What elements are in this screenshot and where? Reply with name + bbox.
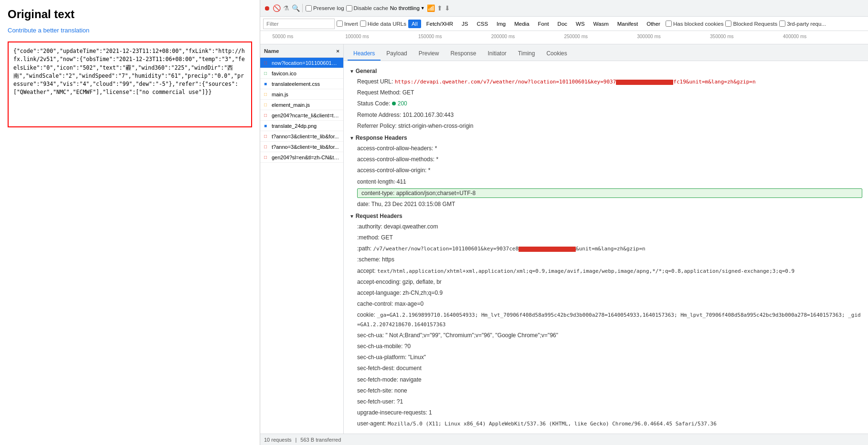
- list-item[interactable]: □ now?location=101100601&k...: [260, 58, 343, 68]
- general-section-header[interactable]: General: [349, 65, 862, 76]
- filter-doc-btn[interactable]: Doc: [554, 20, 571, 28]
- tab-headers[interactable]: Headers: [348, 47, 381, 61]
- devtools-footer: 10 requests | 563 B transferred: [260, 434, 868, 445]
- tab-initiator[interactable]: Initiator: [482, 47, 512, 61]
- remote-address-val: 101.200.167.30:443: [402, 112, 454, 118]
- tick-300000: 300000 ms: [637, 34, 660, 39]
- close-panel-icon[interactable]: ×: [336, 48, 339, 54]
- no-throttling-select[interactable]: No throttling ▼: [390, 5, 425, 11]
- acam-header-row: access-control-allow-methods: *: [349, 154, 862, 165]
- tab-cookies[interactable]: Cookies: [540, 47, 572, 61]
- invert-checkbox[interactable]: [337, 21, 343, 27]
- stop-icon[interactable]: 🚫: [273, 4, 280, 12]
- tick-50000: 50000 ms: [272, 34, 293, 39]
- filter-js-btn[interactable]: JS: [458, 20, 471, 28]
- list-item[interactable]: □ t?anno=3&client=te_lib&for...: [260, 131, 343, 142]
- separator-footer: |: [295, 437, 296, 443]
- list-item[interactable]: ■ translateelement.css: [260, 79, 343, 89]
- filter-wasm-btn[interactable]: Wasm: [590, 20, 612, 28]
- filter-icon[interactable]: ⚗: [282, 4, 290, 12]
- file-icon-img: □: [264, 71, 270, 76]
- filter-media-btn[interactable]: Media: [511, 20, 532, 28]
- list-item[interactable]: □ gen204?sl=en&tl=zh-CN&tex...: [260, 152, 343, 163]
- cache-control-row: cache-control: max-age=0: [349, 299, 862, 310]
- filter-manifest-btn[interactable]: Manifest: [614, 20, 641, 28]
- blocked-requests-checkbox[interactable]: [725, 21, 731, 27]
- filter-input[interactable]: [263, 19, 335, 29]
- search-icon[interactable]: 🔍: [292, 4, 299, 12]
- contribute-link[interactable]: Contribute a better translation: [8, 27, 252, 34]
- filter-bar: Invert Hide data URLs All Fetch/XHR JS C…: [260, 17, 868, 31]
- filter-other-btn[interactable]: Other: [643, 20, 664, 28]
- item-name: gen204?nca=te_li&client=te...: [272, 113, 339, 118]
- request-headers-section[interactable]: Request Headers: [349, 210, 862, 221]
- request-url-value: https://devapi.qweather.com/v7/weather/n…: [395, 79, 756, 85]
- filter-fetchxhr-btn[interactable]: Fetch/XHR: [423, 20, 456, 28]
- authority-row: :authority: devapi.qweather.com: [349, 221, 862, 232]
- item-name: main.js: [272, 92, 288, 97]
- request-url-row: Request URL: https://devapi.qweather.com…: [349, 76, 862, 87]
- import-icon[interactable]: ⬆: [437, 4, 443, 12]
- detail-tabs: Headers Payload Preview Response Initiat…: [344, 44, 868, 61]
- record-icon[interactable]: ⏺: [263, 4, 271, 12]
- list-item[interactable]: □ element_main.js: [260, 100, 343, 110]
- filter-font-btn[interactable]: Font: [535, 20, 552, 28]
- method-row: :method: GET: [349, 232, 862, 243]
- file-icon-doc: □: [264, 144, 270, 150]
- sec-fetch-user-row: sec-fetch-user: ?1: [349, 396, 862, 407]
- network-icon-1[interactable]: 📶: [427, 4, 435, 12]
- user-agent-row: user-agent: Mozilla/5.0 (X11; Linux x86_…: [349, 418, 862, 429]
- request-method-row: Request Method: GET: [349, 87, 862, 98]
- filter-ws-btn[interactable]: WS: [572, 20, 588, 28]
- response-headers-section[interactable]: Response Headers: [349, 132, 862, 143]
- list-item[interactable]: □ main.js: [260, 89, 343, 100]
- list-item[interactable]: ■ translate_24dp.png: [260, 121, 343, 131]
- item-name: now?location=101100601&k...: [272, 60, 339, 66]
- disable-cache-checkbox[interactable]: [346, 5, 352, 11]
- accept-encoding-row: accept-encoding: gzip, deflate, br: [349, 277, 862, 288]
- filter-img-btn[interactable]: Img: [493, 20, 509, 28]
- file-icon-doc: □: [264, 113, 270, 118]
- tab-response[interactable]: Response: [445, 47, 482, 61]
- file-icon-js: □: [264, 92, 270, 97]
- detail-panel: Headers Payload Preview Response Initiat…: [344, 44, 868, 434]
- sec-ch-ua-row: sec-ch-ua: " Not A;Brand";v="99", "Chrom…: [349, 330, 862, 341]
- preserve-log-label[interactable]: Preserve log: [306, 5, 344, 11]
- item-name: gen204?sl=en&tl=zh-CN&tex...: [272, 155, 339, 160]
- tick-200000: 200000 ms: [491, 34, 515, 39]
- request-url-key: Request URL:: [357, 78, 393, 85]
- blocked-requests-label[interactable]: Blocked Requests: [725, 21, 777, 27]
- tab-preview[interactable]: Preview: [413, 47, 445, 61]
- third-party-label[interactable]: 3rd-party requ...: [779, 21, 826, 27]
- headers-content: General Request URL: https://devapi.qwea…: [344, 61, 868, 433]
- tick-150000: 150000 ms: [418, 34, 442, 39]
- filter-all-btn[interactable]: All: [408, 20, 421, 28]
- hide-data-urls-label[interactable]: Hide data URLs: [360, 21, 406, 27]
- hide-data-urls-checkbox[interactable]: [360, 21, 366, 27]
- third-party-checkbox[interactable]: [779, 21, 785, 27]
- file-icon-js: □: [264, 102, 270, 108]
- tick-100000: 100000 ms: [345, 34, 369, 39]
- separator-1: [302, 4, 303, 12]
- invert-label[interactable]: Invert: [337, 21, 358, 27]
- blocked-cookies-checkbox[interactable]: [666, 21, 672, 27]
- disable-cache-label[interactable]: Disable cache: [346, 5, 388, 11]
- preserve-log-checkbox[interactable]: [306, 5, 312, 11]
- blocked-cookies-label[interactable]: Has blocked cookies: [666, 21, 723, 27]
- file-icon-doc: □: [264, 134, 270, 139]
- sec-fetch-site-row: sec-fetch-site: none: [349, 385, 862, 396]
- referrer-policy-val: strict-origin-when-cross-origin: [398, 123, 473, 129]
- scheme-row: :scheme: https: [349, 254, 862, 265]
- path-redact-bar: [519, 247, 576, 252]
- sec-fetch-dest-row: sec-fetch-dest: document: [349, 363, 862, 374]
- tick-250000: 250000 ms: [564, 34, 588, 39]
- tab-payload[interactable]: Payload: [381, 47, 413, 61]
- export-icon[interactable]: ⬇: [445, 4, 450, 12]
- acaorigin-header-row: access-control-allow-origin: *: [349, 165, 862, 176]
- tab-timing[interactable]: Timing: [512, 47, 541, 61]
- upgrade-insecure-row: upgrade-insecure-requests: 1: [349, 407, 862, 418]
- list-item[interactable]: □ favicon.ico: [260, 68, 343, 79]
- filter-css-btn[interactable]: CSS: [473, 20, 491, 28]
- list-item[interactable]: □ t?anno=3&client=te_lib&for...: [260, 142, 343, 152]
- list-item[interactable]: □ gen204?nca=te_li&client=te...: [260, 110, 343, 121]
